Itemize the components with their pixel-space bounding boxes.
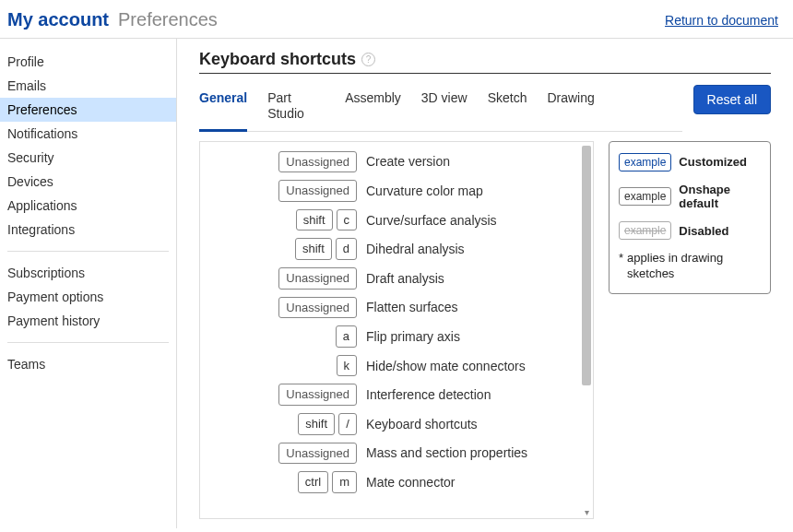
shortcuts-panel: UnassignedCreate versionUnassignedCurvat… [199, 141, 594, 519]
shortcut-keys[interactable]: Unassigned [209, 297, 357, 319]
note-marker: * [619, 251, 623, 282]
help-icon[interactable]: ? [361, 53, 375, 66]
scrollbar-thumb[interactable] [582, 146, 591, 385]
shortcut-row: UnassignedCreate version [200, 148, 580, 177]
shortcut-keys[interactable]: a [209, 325, 357, 348]
shortcut-keys[interactable]: shiftd [209, 238, 357, 260]
key[interactable]: Unassigned [278, 151, 357, 173]
shortcut-keys[interactable]: shiftc [209, 209, 357, 231]
key[interactable]: shift [298, 413, 335, 435]
sidebar: ProfileEmailsPreferencesNotificationsSec… [0, 39, 177, 528]
note-text: applies in drawing sketches [627, 251, 761, 282]
my-account-link[interactable]: My account [7, 9, 109, 30]
key[interactable]: shift [296, 209, 333, 231]
sidebar-item-emails[interactable]: Emails [0, 74, 176, 98]
shortcut-row: UnassignedFlatten surfaces [200, 293, 580, 323]
shortcut-action: Interference detection [366, 387, 491, 402]
shortcut-action: Hide/show mate connectors [366, 359, 526, 373]
tab-sketch[interactable]: Sketch [488, 85, 527, 131]
shortcut-row: shiftcCurve/surface analysis [200, 206, 580, 235]
shortcut-keys[interactable]: Unassigned [209, 267, 357, 290]
legend: example Customized example Onshape defau… [609, 141, 771, 295]
legend-label: Customized [679, 155, 747, 169]
key[interactable]: / [338, 413, 357, 435]
breadcrumb: My account Preferences [7, 9, 218, 30]
sidebar-divider [7, 342, 169, 343]
shortcut-keys[interactable]: shift/ [209, 413, 357, 435]
key[interactable]: d [336, 238, 357, 260]
scroll-down-icon[interactable]: ▾ [582, 507, 591, 516]
shortcut-row: UnassignedCurvature color map [200, 176, 580, 206]
shortcut-action: Curvature color map [366, 183, 483, 198]
key[interactable]: k [337, 355, 358, 377]
section-title: Keyboard shortcuts [199, 50, 356, 69]
shortcut-action: Curve/surface analysis [366, 213, 497, 228]
shortcut-action: Mass and section properties [366, 445, 527, 460]
shortcut-row: shift/Keyboard shortcuts [200, 409, 580, 439]
scrollbar[interactable]: ▾ [582, 146, 591, 514]
key[interactable]: Unassigned [278, 384, 357, 406]
shortcut-keys[interactable]: k [209, 355, 357, 377]
shortcut-action: Dihedral analysis [366, 242, 465, 256]
shortcut-keys[interactable]: Unassigned [209, 180, 357, 202]
tab-general[interactable]: General [199, 85, 247, 132]
legend-key-customized: example [619, 153, 671, 171]
key[interactable]: Unassigned [278, 180, 357, 202]
return-to-document-link[interactable]: Return to document [665, 13, 778, 28]
shortcuts-list[interactable]: UnassignedCreate versionUnassignedCurvat… [200, 142, 580, 518]
sidebar-item-integrations[interactable]: Integrations [0, 218, 176, 242]
key[interactable]: m [332, 471, 357, 493]
sidebar-item-payment-options[interactable]: Payment options [0, 285, 176, 309]
shortcut-action: Flatten surfaces [366, 300, 458, 314]
key[interactable]: Unassigned [278, 267, 357, 290]
tab-drawing[interactable]: Drawing [547, 85, 594, 131]
key[interactable]: ctrl [298, 471, 328, 493]
shortcut-keys[interactable]: Unassigned [209, 384, 357, 406]
reset-all-button[interactable]: Reset all [693, 85, 771, 114]
sidebar-item-notifications[interactable]: Notifications [0, 122, 176, 146]
key[interactable]: Unassigned [278, 297, 357, 319]
legend-key-disabled: example [619, 221, 671, 240]
shortcut-action: Mate connector [366, 475, 456, 490]
legend-label: Onshape default [679, 183, 761, 210]
legend-default: example Onshape default [619, 183, 761, 210]
shortcut-row: UnassignedDraft analysis [200, 264, 580, 293]
section-header: Keyboard shortcuts ? [199, 50, 771, 74]
shortcut-row: ctrlmMate connector [200, 467, 580, 497]
shortcut-keys[interactable]: Unassigned [209, 443, 357, 465]
sidebar-item-applications[interactable]: Applications [0, 194, 176, 218]
legend-note: * applies in drawing sketches [619, 251, 761, 282]
tab-3d-view[interactable]: 3D view [421, 85, 468, 131]
legend-disabled: example Disabled [619, 221, 761, 240]
shortcut-action: Draft analysis [366, 271, 444, 286]
key[interactable]: Unassigned [278, 443, 357, 465]
key[interactable]: shift [295, 238, 332, 260]
sidebar-item-teams[interactable]: Teams [0, 352, 176, 376]
main-content: Keyboard shortcuts ? GeneralPart StudioA… [177, 39, 793, 528]
sidebar-item-security[interactable]: Security [0, 146, 176, 170]
shortcut-keys[interactable]: Unassigned [209, 151, 357, 173]
legend-key-default: example [619, 187, 671, 206]
sidebar-item-preferences[interactable]: Preferences [0, 98, 176, 122]
sidebar-item-payment-history[interactable]: Payment history [0, 309, 176, 333]
key[interactable]: c [337, 209, 358, 231]
sidebar-item-devices[interactable]: Devices [0, 170, 176, 194]
shortcut-row: UnassignedMass and section properties [200, 439, 580, 468]
tab-part-studio[interactable]: Part Studio [267, 85, 325, 131]
sidebar-item-subscriptions[interactable]: Subscriptions [0, 261, 176, 285]
shortcut-action: Create version [366, 154, 450, 169]
tabs: GeneralPart StudioAssembly3D viewSketchD… [199, 85, 682, 132]
key[interactable]: a [336, 325, 357, 348]
shortcut-action: Keyboard shortcuts [366, 417, 478, 432]
shortcut-action: Flip primary axis [366, 329, 460, 344]
tab-assembly[interactable]: Assembly [345, 85, 401, 131]
shortcut-row: aFlip primary axis [200, 322, 580, 351]
header: My account Preferences Return to documen… [0, 0, 793, 39]
shortcut-keys[interactable]: ctrlm [209, 471, 357, 493]
shortcut-row: kHide/show mate connectors [200, 351, 580, 381]
page-title: Preferences [118, 9, 218, 30]
legend-label: Disabled [679, 224, 728, 238]
sidebar-divider [7, 251, 169, 252]
legend-customized: example Customized [619, 153, 761, 171]
sidebar-item-profile[interactable]: Profile [0, 50, 176, 74]
